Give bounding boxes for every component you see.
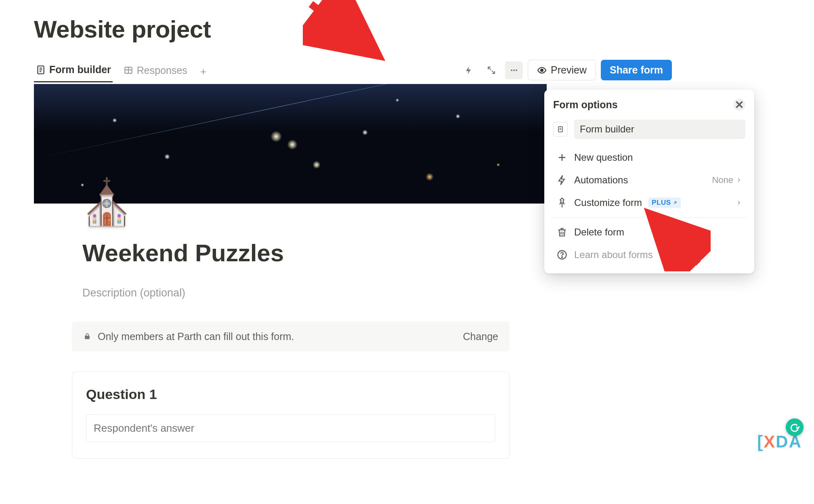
svg-point-8	[513, 69, 515, 71]
automations-icon-button[interactable]	[460, 61, 478, 79]
close-icon	[733, 99, 745, 111]
tab-form-builder[interactable]: Form builder	[34, 61, 113, 82]
lock-icon	[83, 332, 91, 340]
share-form-button[interactable]: Share form	[601, 60, 672, 80]
popup-item-label: Automations	[574, 174, 628, 186]
help-icon	[556, 249, 568, 260]
svg-line-23	[311, 4, 380, 57]
tab-label: Responses	[137, 65, 187, 76]
chevron-right-icon	[736, 200, 742, 206]
trash-icon	[556, 227, 568, 238]
document-icon	[553, 122, 568, 136]
question-card[interactable]: Question 1	[72, 372, 510, 459]
add-view-button[interactable]: +	[198, 65, 209, 78]
grammarly-widget[interactable]	[786, 418, 804, 436]
grammarly-icon	[789, 422, 800, 433]
popup-name-input[interactable]	[574, 120, 745, 139]
page-title: Website project	[34, 15, 211, 43]
popup-title: Form options	[553, 99, 618, 111]
expand-icon-button[interactable]	[483, 61, 500, 79]
view-tabs: Form builder Responses +	[34, 61, 209, 82]
popup-item-label: Delete form	[574, 227, 624, 238]
access-notice: Only members at Parth can fill out this …	[72, 321, 510, 351]
lightning-icon	[464, 65, 474, 75]
more-options-button[interactable]	[505, 61, 523, 79]
svg-point-7	[511, 69, 512, 71]
svg-point-10	[541, 69, 543, 71]
table-icon	[123, 65, 134, 76]
form-description-placeholder[interactable]: Description (optional)	[82, 287, 185, 299]
expand-icon	[487, 65, 496, 75]
popup-automations[interactable]: Automations None	[553, 169, 745, 191]
access-message: Only members at Parth can fill out this …	[98, 331, 294, 342]
popup-item-label: New question	[574, 152, 633, 163]
question-title[interactable]: Question 1	[86, 386, 495, 402]
plus-icon	[556, 152, 568, 163]
popup-item-label: Customize form	[574, 197, 642, 208]
pin-icon	[556, 197, 568, 208]
preview-label: Preview	[551, 64, 587, 76]
annotation-arrow-icon	[303, 0, 396, 73]
dots-icon	[509, 65, 519, 75]
svg-point-9	[516, 69, 517, 71]
annotation-arrow-icon	[638, 203, 711, 271]
svg-line-24	[648, 212, 699, 263]
answer-input[interactable]	[86, 414, 495, 442]
popup-close-button[interactable]	[733, 99, 745, 111]
eye-icon	[537, 65, 547, 75]
chevron-right-icon	[736, 177, 742, 183]
document-icon	[36, 65, 46, 75]
tab-label: Form builder	[49, 64, 111, 76]
form-icon[interactable]: ⛪	[79, 180, 134, 225]
preview-button[interactable]: Preview	[528, 60, 596, 80]
toolbar: Preview Share form	[460, 60, 672, 80]
lightning-icon	[556, 174, 568, 186]
change-access-button[interactable]: Change	[463, 331, 498, 342]
tab-responses[interactable]: Responses	[122, 61, 189, 82]
svg-point-22	[562, 257, 562, 258]
popup-name-row	[553, 117, 745, 146]
popup-new-question[interactable]: New question	[553, 146, 745, 169]
form-title[interactable]: Weekend Puzzles	[82, 239, 284, 267]
automations-value: None	[712, 175, 733, 185]
